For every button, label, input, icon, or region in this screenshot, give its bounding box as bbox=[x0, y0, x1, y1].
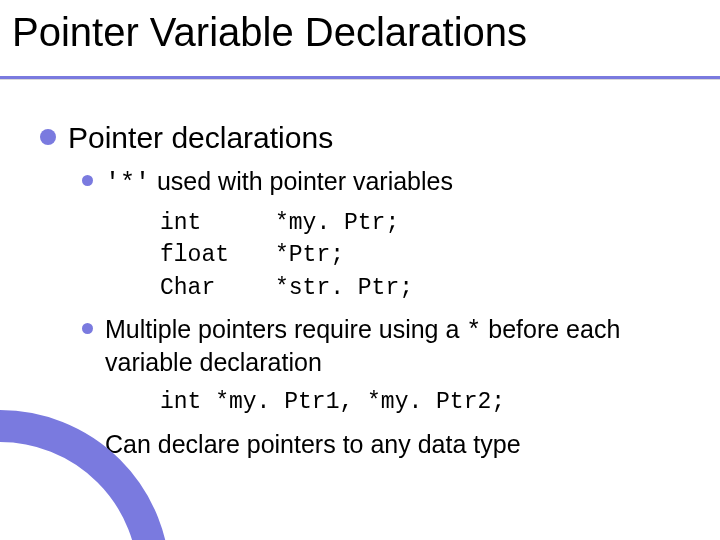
code-var: *str. Ptr; bbox=[275, 272, 413, 304]
bullet-text: Can declare pointers to any data type bbox=[105, 429, 521, 460]
bullet-text: Pointer declarations bbox=[68, 120, 333, 156]
code-line: float *Ptr; bbox=[160, 239, 680, 271]
code-var: *Ptr; bbox=[275, 239, 344, 271]
code-line: int *my. Ptr; bbox=[160, 207, 680, 239]
bullet-text: '*' used with pointer variables bbox=[105, 166, 453, 199]
bullet-level1: Pointer declarations bbox=[40, 120, 680, 156]
bullet-icon bbox=[82, 175, 93, 186]
bullet-text: Multiple pointers require using a * befo… bbox=[105, 314, 680, 379]
code-type: int bbox=[160, 207, 275, 239]
text-span: used with pointer variables bbox=[150, 167, 453, 195]
bullet-level2: '*' used with pointer variables bbox=[82, 166, 680, 199]
title-underline bbox=[0, 76, 720, 79]
code-line: int *my. Ptr1, *my. Ptr2; bbox=[160, 386, 680, 418]
bullet-level2: Multiple pointers require using a * befo… bbox=[82, 314, 680, 379]
slide-body: Pointer declarations '*' used with point… bbox=[40, 120, 680, 468]
slide: Pointer Variable Declarations Pointer de… bbox=[0, 0, 720, 540]
bullet-icon bbox=[40, 129, 56, 145]
code-inline: '*' bbox=[105, 169, 150, 198]
slide-title: Pointer Variable Declarations bbox=[12, 10, 527, 54]
code-type: float bbox=[160, 239, 275, 271]
bullet-level2: Can declare pointers to any data type bbox=[82, 429, 680, 460]
code-line: Char *str. Ptr; bbox=[160, 272, 680, 304]
code-inline: * bbox=[466, 317, 481, 346]
code-var: *my. Ptr; bbox=[275, 207, 399, 239]
bullet-icon bbox=[82, 323, 93, 334]
code-block: int *my. Ptr; float *Ptr; Char *str. Ptr… bbox=[160, 207, 680, 304]
code-type: Char bbox=[160, 272, 275, 304]
text-span: Multiple pointers require using a bbox=[105, 315, 466, 343]
